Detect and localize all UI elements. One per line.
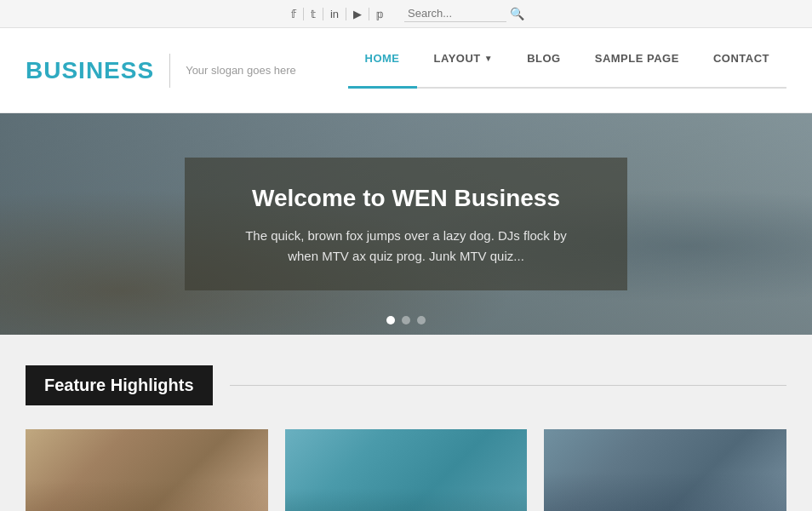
facebook-icon[interactable]: 𝕗: [284, 8, 304, 20]
youtube-icon[interactable]: ▶: [346, 8, 369, 20]
slider-dots: [386, 316, 426, 324]
brand-name: BUSINESS: [26, 57, 154, 84]
feature-card-1[interactable]: [26, 429, 268, 511]
search-button[interactable]: 🔍: [506, 7, 528, 20]
section-divider: [230, 385, 786, 386]
features-section: Feature Highlights: [0, 335, 812, 511]
search-bar: 🔍: [404, 5, 528, 22]
nav-item-contact[interactable]: CONTACT: [696, 52, 786, 89]
brand-slogan: Your slogan goes here: [186, 64, 296, 77]
main-nav: HOME LAYOUT ▼ BLOG SAMPLE PAGE CONTACT: [348, 52, 786, 89]
nav-item-layout[interactable]: LAYOUT ▼: [417, 52, 511, 89]
search-input[interactable]: [404, 5, 506, 22]
social-icons: 𝕗 𝕥 in ▶ 𝕡: [284, 8, 391, 20]
brand: BUSINESS Your slogan goes here: [26, 54, 296, 88]
section-title: Feature Highlights: [26, 365, 213, 405]
feature-card-3[interactable]: [544, 429, 786, 511]
brand-divider: [169, 54, 170, 88]
hero-overlay: Welcome to WEN Business The quick, brown…: [185, 158, 627, 290]
feature-cards: [26, 429, 786, 511]
hero-title: Welcome to WEN Business: [236, 185, 576, 212]
slider-dot-1[interactable]: [386, 316, 395, 324]
section-header: Feature Highlights: [26, 365, 786, 405]
hero-slider: Welcome to WEN Business The quick, brown…: [0, 113, 812, 335]
dropdown-arrow-layout: ▼: [484, 54, 493, 63]
pinterest-icon[interactable]: 𝕡: [369, 8, 391, 20]
feature-card-2[interactable]: [285, 429, 528, 511]
twitter-icon[interactable]: 𝕥: [304, 8, 323, 20]
linkedin-icon[interactable]: in: [323, 8, 346, 20]
top-bar: 𝕗 𝕥 in ▶ 𝕡 🔍: [0, 0, 812, 28]
nav-item-home[interactable]: HOME: [348, 52, 417, 89]
nav-item-blog[interactable]: BLOG: [510, 52, 578, 89]
nav-item-sample-page[interactable]: SAMPLE PAGE: [578, 52, 696, 89]
header: BUSINESS Your slogan goes here HOME LAYO…: [0, 28, 812, 113]
slider-dot-3[interactable]: [417, 316, 426, 324]
hero-text: The quick, brown fox jumps over a lazy d…: [236, 226, 576, 267]
slider-dot-2[interactable]: [402, 316, 410, 324]
